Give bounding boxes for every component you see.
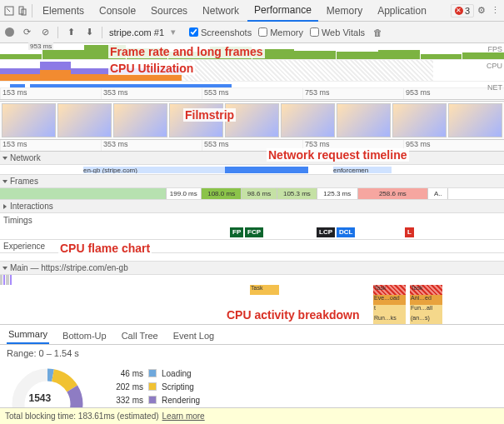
timing-marker[interactable]: DCL (337, 227, 355, 237)
tab-bottomup[interactable]: Bottom-Up (61, 327, 108, 344)
error-count: 3 (465, 6, 470, 16)
timing-marker[interactable]: L (405, 227, 414, 237)
more-icon[interactable]: ⋮ (489, 5, 501, 17)
range-label: Range: 0 – 1.54 s (0, 345, 504, 362)
tab-elements[interactable]: Elements (36, 1, 91, 21)
flame-block[interactable]: Task (410, 285, 443, 295)
legend-row: 332 msRendering (105, 393, 200, 407)
overview-panel[interactable]: 953 ms FPS CPU NET 153 ms353 ms553 ms753… (0, 43, 504, 102)
net-overview-row: NET (0, 82, 504, 88)
filmstrip-thumb[interactable] (113, 103, 167, 137)
filmstrip[interactable] (0, 102, 504, 140)
tab-eventlog[interactable]: Event Log (172, 327, 217, 344)
filmstrip-thumb[interactable] (281, 103, 335, 137)
filmstrip-thumb[interactable] (2, 103, 56, 137)
flame-block[interactable]: Run…ks (373, 315, 407, 325)
net-label: NET (487, 83, 502, 92)
tab-summary[interactable]: Summary (7, 326, 49, 344)
timing-marker[interactable]: FP (230, 227, 243, 237)
tab-network[interactable]: Network (196, 1, 246, 21)
devtools-tabbar: Elements Console Sources Network Perform… (0, 0, 504, 22)
clear-icon[interactable]: ⊘ (39, 27, 51, 38)
collapse-icon (3, 204, 7, 209)
blocking-time-text: Total blocking time: 183.61ms (estimated… (5, 412, 159, 421)
device-icon[interactable] (17, 5, 28, 17)
timing-marker[interactable]: FCP (245, 227, 263, 237)
flame-block[interactable]: Ani…ed (410, 295, 443, 305)
network-request[interactable] (225, 167, 308, 173)
tab-console[interactable]: Console (92, 1, 142, 21)
expand-icon (2, 180, 7, 183)
flame-block[interactable]: Fun…all (410, 305, 443, 315)
tab-application[interactable]: Application (371, 1, 433, 21)
inspect-icon[interactable] (3, 5, 15, 17)
trash-icon[interactable]: 🗑 (372, 27, 383, 38)
filmstrip-thumb[interactable] (225, 103, 279, 137)
frame-cell[interactable]: 199.0 ms (167, 188, 202, 199)
fps-row: FPS (0, 43, 504, 60)
tab-sources[interactable]: Sources (144, 1, 194, 21)
learn-more-link[interactable]: Learn more (162, 412, 205, 421)
frame-cell[interactable] (0, 188, 167, 199)
flame-block[interactable]: (an…s) (410, 315, 443, 325)
flame-row: Run…ks(an…s) (0, 315, 504, 325)
frame-cell[interactable]: 108.0 ms (202, 188, 242, 199)
frame-cell[interactable]: 258.6 ms (358, 188, 429, 199)
frame-cell[interactable]: A.. (428, 188, 448, 199)
expand-icon (2, 157, 7, 160)
tab-calltree[interactable]: Call Tree (120, 327, 160, 344)
flame-row: Eve…oadAni…ed (0, 295, 504, 305)
memory-checkbox[interactable]: Memory (258, 27, 303, 37)
filmstrip-thumb[interactable] (169, 103, 223, 137)
flame-row: tFun…all (0, 305, 504, 315)
legend-row: 202 msScripting (105, 380, 200, 393)
error-badge[interactable]: ✕3 (451, 4, 474, 17)
frame-cell[interactable]: 105.3 ms (277, 188, 317, 199)
reload-icon[interactable]: ⟳ (21, 27, 32, 38)
screenshots-checkbox[interactable]: Screenshots (189, 27, 252, 37)
network-track[interactable]: en-gb (stripe.com) enforcemen (0, 165, 504, 175)
flame-block[interactable]: Task (373, 285, 407, 295)
filmstrip-thumb[interactable] (57, 103, 112, 137)
perf-toolbar: ⟳ ⊘ ⬆ ⬇ stripe.com #1 ▾ Screenshots Memo… (0, 22, 504, 43)
filmstrip-thumb[interactable] (392, 103, 447, 137)
legend-row: 46 msLoading (105, 367, 200, 380)
flame-block[interactable]: Task (250, 285, 280, 295)
filmstrip-thumb[interactable] (448, 103, 502, 137)
flame-block[interactable]: t (373, 305, 407, 315)
flame-block[interactable]: Eve…oad (373, 295, 407, 305)
fps-label: FPS (487, 45, 502, 53)
frame-cell[interactable]: 125.3 ms (317, 188, 357, 199)
main-ruler: 153 ms353 ms553 ms753 ms953 ms (0, 140, 504, 152)
settings-icon[interactable]: ⚙ (476, 5, 487, 17)
network-request[interactable]: en-gb (stripe.com) (83, 167, 225, 173)
frames-section-header[interactable]: Frames (0, 175, 504, 188)
filmstrip-thumb[interactable] (337, 103, 391, 137)
task-row: TaskTaskTask (0, 285, 504, 295)
flame-chart[interactable]: TaskTaskTask Eve…oadAni…ed tFun…all Run…… (0, 275, 504, 325)
experience-track (0, 253, 504, 262)
upload-icon[interactable]: ⬆ (65, 27, 77, 38)
expand-icon (2, 267, 7, 270)
interactions-section-header[interactable]: Interactions (0, 200, 504, 213)
download-icon[interactable]: ⬇ (83, 27, 95, 38)
cpu-label: CPU (487, 62, 502, 70)
frame-cell[interactable]: 98.6 ms (242, 188, 277, 199)
details-tabs: Summary Bottom-Up Call Tree Event Log (0, 325, 504, 345)
frames-track[interactable]: 199.0 ms108.0 ms98.6 ms105.3 ms125.3 ms2… (0, 188, 504, 200)
main-section-header[interactable]: Main — https://stripe.com/en-gb (0, 262, 504, 275)
timings-section-header[interactable]: Timings (0, 213, 504, 227)
blocking-time-footer: Total blocking time: 183.61ms (estimated… (0, 407, 504, 424)
experience-section-header[interactable]: Experience (0, 240, 504, 253)
timing-marker[interactable]: LCP (317, 227, 335, 237)
webvitals-checkbox[interactable]: Web Vitals (310, 27, 365, 37)
cpu-row: CPU (0, 60, 504, 82)
tab-memory[interactable]: Memory (320, 1, 369, 21)
target-label: stripe.com #1 (109, 27, 164, 37)
tab-performance[interactable]: Performance (247, 0, 318, 22)
network-section-header[interactable]: Network (0, 152, 504, 165)
record-button[interactable] (5, 27, 14, 37)
network-request[interactable]: enforcemen (333, 167, 392, 173)
timings-track[interactable]: FPFCPLCPDCLL (0, 227, 504, 240)
overview-ruler: 153 ms353 ms553 ms753 ms953 ms (0, 88, 504, 100)
